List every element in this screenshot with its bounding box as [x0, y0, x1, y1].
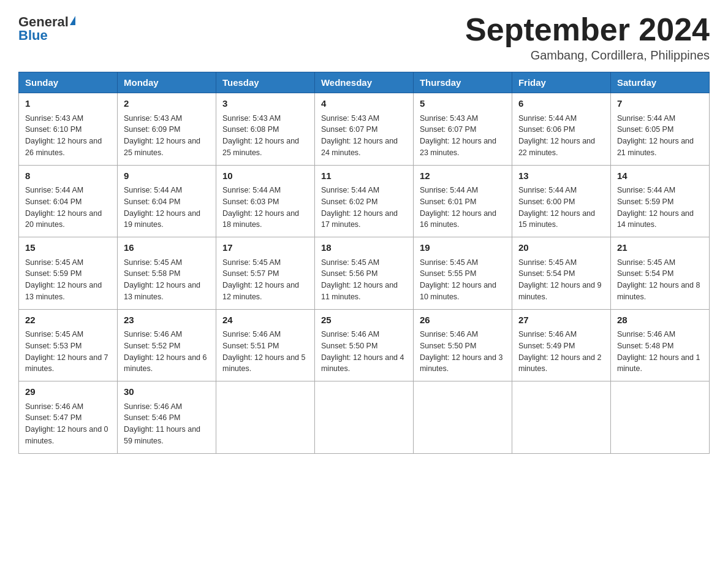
calendar-cell: 12 Sunrise: 5:44 AM Sunset: 6:01 PM Dayl…	[413, 165, 512, 237]
day-number: 24	[222, 313, 308, 327]
calendar-cell: 13 Sunrise: 5:44 AM Sunset: 6:00 PM Dayl…	[512, 165, 610, 237]
calendar-cell	[314, 381, 413, 454]
day-info: Sunrise: 5:45 AM Sunset: 5:54 PM Dayligh…	[518, 258, 602, 301]
header-monday: Monday	[117, 72, 216, 93]
day-info: Sunrise: 5:44 AM Sunset: 6:02 PM Dayligh…	[321, 186, 398, 229]
calendar-cell: 22 Sunrise: 5:45 AM Sunset: 5:53 PM Dayl…	[19, 309, 118, 381]
calendar-cell: 17 Sunrise: 5:45 AM Sunset: 5:57 PM Dayl…	[216, 237, 314, 310]
day-info: Sunrise: 5:46 AM Sunset: 5:51 PM Dayligh…	[222, 330, 306, 373]
calendar-cell: 8 Sunrise: 5:44 AM Sunset: 6:04 PM Dayli…	[19, 165, 118, 237]
day-number: 1	[25, 97, 111, 111]
calendar-cell: 19 Sunrise: 5:45 AM Sunset: 5:55 PM Dayl…	[413, 237, 512, 310]
logo: General Blue	[18, 15, 75, 42]
day-info: Sunrise: 5:44 AM Sunset: 6:04 PM Dayligh…	[25, 186, 102, 229]
day-info: Sunrise: 5:44 AM Sunset: 6:00 PM Dayligh…	[518, 186, 595, 229]
calendar-cell: 20 Sunrise: 5:45 AM Sunset: 5:54 PM Dayl…	[512, 237, 610, 310]
day-info: Sunrise: 5:45 AM Sunset: 5:53 PM Dayligh…	[25, 330, 108, 373]
day-number: 17	[222, 241, 308, 255]
calendar-cell: 5 Sunrise: 5:43 AM Sunset: 6:07 PM Dayli…	[413, 93, 512, 166]
day-number: 7	[617, 97, 703, 111]
day-number: 6	[518, 97, 604, 111]
day-number: 13	[518, 169, 604, 183]
day-info: Sunrise: 5:46 AM Sunset: 5:48 PM Dayligh…	[617, 330, 700, 373]
calendar-cell	[512, 381, 610, 454]
header-saturday: Saturday	[610, 72, 709, 93]
calendar-cell: 10 Sunrise: 5:44 AM Sunset: 6:03 PM Dayl…	[216, 165, 314, 237]
header-wednesday: Wednesday	[314, 72, 413, 93]
day-info: Sunrise: 5:45 AM Sunset: 5:54 PM Dayligh…	[617, 258, 700, 301]
day-info: Sunrise: 5:44 AM Sunset: 6:06 PM Dayligh…	[518, 114, 595, 157]
day-info: Sunrise: 5:45 AM Sunset: 5:57 PM Dayligh…	[222, 258, 299, 301]
day-number: 14	[617, 169, 703, 183]
calendar-body: 1 Sunrise: 5:43 AM Sunset: 6:10 PM Dayli…	[19, 93, 710, 454]
logo-triangle-icon	[70, 16, 75, 25]
day-info: Sunrise: 5:46 AM Sunset: 5:52 PM Dayligh…	[124, 330, 207, 373]
calendar-cell: 25 Sunrise: 5:46 AM Sunset: 5:50 PM Dayl…	[314, 309, 413, 381]
day-number: 12	[420, 169, 506, 183]
calendar-cell: 30 Sunrise: 5:46 AM Sunset: 5:46 PM Dayl…	[117, 381, 216, 454]
day-info: Sunrise: 5:44 AM Sunset: 6:03 PM Dayligh…	[222, 186, 299, 229]
day-info: Sunrise: 5:46 AM Sunset: 5:50 PM Dayligh…	[420, 330, 503, 373]
day-number: 20	[518, 241, 604, 255]
calendar-cell: 27 Sunrise: 5:46 AM Sunset: 5:49 PM Dayl…	[512, 309, 610, 381]
day-number: 11	[321, 169, 407, 183]
calendar-cell: 15 Sunrise: 5:45 AM Sunset: 5:59 PM Dayl…	[19, 237, 118, 310]
calendar-cell	[610, 381, 709, 454]
calendar-cell: 7 Sunrise: 5:44 AM Sunset: 6:05 PM Dayli…	[610, 93, 709, 166]
day-number: 21	[617, 241, 703, 255]
header-row: Sunday Monday Tuesday Wednesday Thursday…	[19, 72, 710, 93]
location-text: Gambang, Cordillera, Philippines	[465, 48, 710, 63]
calendar-cell: 26 Sunrise: 5:46 AM Sunset: 5:50 PM Dayl…	[413, 309, 512, 381]
day-info: Sunrise: 5:43 AM Sunset: 6:08 PM Dayligh…	[222, 114, 299, 157]
day-number: 19	[420, 241, 506, 255]
calendar-cell: 2 Sunrise: 5:43 AM Sunset: 6:09 PM Dayli…	[117, 93, 216, 166]
day-info: Sunrise: 5:45 AM Sunset: 5:59 PM Dayligh…	[25, 258, 102, 301]
week-row-3: 15 Sunrise: 5:45 AM Sunset: 5:59 PM Dayl…	[19, 237, 710, 310]
calendar-cell: 6 Sunrise: 5:44 AM Sunset: 6:06 PM Dayli…	[512, 93, 610, 166]
day-info: Sunrise: 5:44 AM Sunset: 6:04 PM Dayligh…	[124, 186, 200, 229]
calendar-cell: 11 Sunrise: 5:44 AM Sunset: 6:02 PM Dayl…	[314, 165, 413, 237]
calendar-cell: 1 Sunrise: 5:43 AM Sunset: 6:10 PM Dayli…	[19, 93, 118, 166]
calendar-cell: 18 Sunrise: 5:45 AM Sunset: 5:56 PM Dayl…	[314, 237, 413, 310]
day-number: 5	[420, 97, 506, 111]
day-number: 18	[321, 241, 407, 255]
logo-blue-text: Blue	[18, 29, 48, 42]
calendar-cell: 29 Sunrise: 5:46 AM Sunset: 5:47 PM Dayl…	[19, 381, 118, 454]
calendar-cell: 16 Sunrise: 5:45 AM Sunset: 5:58 PM Dayl…	[117, 237, 216, 310]
title-section: September 2024 Gambang, Cordillera, Phil…	[465, 12, 710, 63]
calendar-cell: 9 Sunrise: 5:44 AM Sunset: 6:04 PM Dayli…	[117, 165, 216, 237]
day-info: Sunrise: 5:46 AM Sunset: 5:47 PM Dayligh…	[25, 402, 108, 445]
calendar-cell: 28 Sunrise: 5:46 AM Sunset: 5:48 PM Dayl…	[610, 309, 709, 381]
day-number: 9	[124, 169, 210, 183]
week-row-2: 8 Sunrise: 5:44 AM Sunset: 6:04 PM Dayli…	[19, 165, 710, 237]
day-number: 10	[222, 169, 308, 183]
day-number: 23	[124, 313, 210, 327]
day-number: 15	[25, 241, 111, 255]
day-number: 16	[124, 241, 210, 255]
calendar-cell: 4 Sunrise: 5:43 AM Sunset: 6:07 PM Dayli…	[314, 93, 413, 166]
day-info: Sunrise: 5:43 AM Sunset: 6:09 PM Dayligh…	[124, 114, 200, 157]
page-header: General Blue September 2024 Gambang, Cor…	[18, 12, 710, 63]
calendar-cell: 21 Sunrise: 5:45 AM Sunset: 5:54 PM Dayl…	[610, 237, 709, 310]
day-info: Sunrise: 5:43 AM Sunset: 6:10 PM Dayligh…	[25, 114, 102, 157]
day-number: 28	[617, 313, 703, 327]
week-row-4: 22 Sunrise: 5:45 AM Sunset: 5:53 PM Dayl…	[19, 309, 710, 381]
day-number: 22	[25, 313, 111, 327]
day-number: 26	[420, 313, 506, 327]
calendar-header: Sunday Monday Tuesday Wednesday Thursday…	[19, 72, 710, 93]
day-number: 27	[518, 313, 604, 327]
day-info: Sunrise: 5:44 AM Sunset: 6:05 PM Dayligh…	[617, 114, 694, 157]
day-info: Sunrise: 5:43 AM Sunset: 6:07 PM Dayligh…	[420, 114, 496, 157]
header-tuesday: Tuesday	[216, 72, 314, 93]
day-number: 8	[25, 169, 111, 183]
day-number: 3	[222, 97, 308, 111]
calendar-cell: 3 Sunrise: 5:43 AM Sunset: 6:08 PM Dayli…	[216, 93, 314, 166]
day-info: Sunrise: 5:44 AM Sunset: 5:59 PM Dayligh…	[617, 186, 694, 229]
header-thursday: Thursday	[413, 72, 512, 93]
week-row-5: 29 Sunrise: 5:46 AM Sunset: 5:47 PM Dayl…	[19, 381, 710, 454]
day-number: 4	[321, 97, 407, 111]
day-info: Sunrise: 5:46 AM Sunset: 5:46 PM Dayligh…	[124, 402, 200, 445]
day-info: Sunrise: 5:46 AM Sunset: 5:49 PM Dayligh…	[518, 330, 602, 373]
week-row-1: 1 Sunrise: 5:43 AM Sunset: 6:10 PM Dayli…	[19, 93, 710, 166]
header-sunday: Sunday	[19, 72, 118, 93]
